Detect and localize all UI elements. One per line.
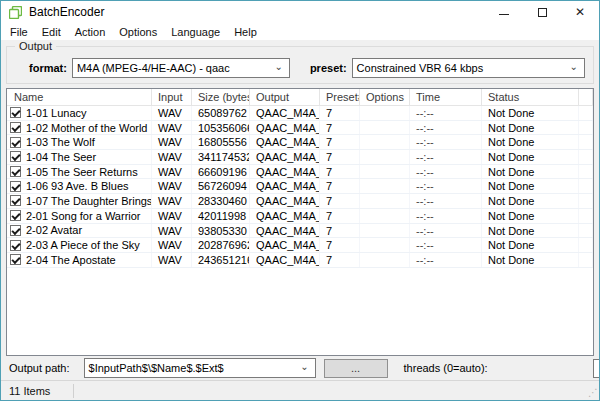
output-path-combobox[interactable]: $InputPath$\$Name$.$Ext$ ⌄ [84, 358, 316, 378]
file-name: 1-05 The Seer Returns [26, 165, 138, 179]
threads-input[interactable] [593, 359, 600, 378]
menu-item-language[interactable]: Language [164, 25, 227, 39]
row-checkbox[interactable] [10, 240, 21, 251]
cell-filler [579, 179, 593, 193]
menu-item-file[interactable]: File [3, 25, 35, 39]
column-header-options[interactable]: Options [360, 89, 410, 105]
format-value: M4A (MPEG-4/HE-AAC) - qaac [77, 62, 230, 74]
output-groupbox: Output format: M4A (MPEG-4/HE-AAC) - qaa… [6, 46, 594, 84]
cell-name: 1-01 Lunacy [7, 106, 152, 120]
column-header-output[interactable]: Output [250, 89, 320, 105]
chevron-down-icon: ⌄ [275, 61, 283, 72]
cell-name: 2-04 The Apostate [7, 253, 152, 267]
cell-size-bytes-: 16805556 [192, 135, 250, 149]
table-row[interactable]: 1-07 The Daughter Brings the WaterWAV283… [7, 194, 593, 209]
row-checkbox[interactable] [10, 195, 21, 206]
cell-status: Not Done [482, 135, 579, 149]
cell-time: --:-- [410, 209, 482, 223]
file-name: 1-03 The Wolf [26, 135, 95, 149]
cell-status: Not Done [482, 121, 579, 135]
cell-time: --:-- [410, 165, 482, 179]
preset-dropdown[interactable]: Constrained VBR 64 kbps ⌄ [352, 58, 585, 78]
column-header-input[interactable]: Input [152, 89, 192, 105]
file-list: NameInputSize (bytes)OutputPreset#Option… [6, 88, 594, 356]
cell-output: QAAC_M4A_HE [250, 209, 320, 223]
cell-output: QAAC_M4A_HE [250, 165, 320, 179]
browse-button[interactable]: ... [324, 359, 388, 378]
table-row[interactable]: 1-02 Mother of the WorldWAV105356066QAAC… [7, 121, 593, 136]
output-path-label: Output path: [9, 362, 70, 374]
row-checkbox[interactable] [10, 181, 21, 192]
cell-filler [579, 150, 593, 164]
cell-input: WAV [152, 179, 192, 193]
preset-value: Constrained VBR 64 kbps [357, 62, 484, 74]
menu-item-edit[interactable]: Edit [35, 25, 68, 39]
menu-item-action[interactable]: Action [68, 25, 113, 39]
cell-output: QAAC_M4A_HE [250, 224, 320, 238]
cell-status: Not Done [482, 179, 579, 193]
cell-output: QAAC_M4A_HE [250, 121, 320, 135]
table-row[interactable]: 1-01 LunacyWAV65089762QAAC_M4A_HE7--:--N… [7, 106, 593, 121]
table-row[interactable]: 1-05 The Seer ReturnsWAV66609196QAAC_M4A… [7, 165, 593, 180]
cell-filler [579, 209, 593, 223]
table-row[interactable]: 2-03 A Piece of the SkyWAV202876962QAAC_… [7, 238, 593, 253]
table-row[interactable]: 2-01 Song for a WarriorWAV42011998QAAC_M… [7, 209, 593, 224]
file-name: 2-03 A Piece of the Sky [26, 238, 140, 252]
row-checkbox[interactable] [10, 166, 21, 177]
table-row[interactable]: 1-04 The SeerWAV341174532QAAC_M4A_HE7--:… [7, 150, 593, 165]
cell-name: 2-01 Song for a Warrior [7, 209, 152, 223]
batchencoder-window: BatchEncoder ✕ FileEditActionOptionsLang… [0, 0, 600, 401]
row-checkbox[interactable] [10, 225, 21, 236]
cell-name: 1-06 93 Ave. B Blues [7, 179, 152, 193]
cell-output: QAAC_M4A_HE [250, 135, 320, 149]
maximize-button[interactable] [523, 1, 561, 23]
cell-input: WAV [152, 150, 192, 164]
table-row[interactable]: 1-03 The WolfWAV16805556QAAC_M4A_HE7--:-… [7, 135, 593, 150]
row-checkbox[interactable] [10, 107, 21, 118]
cell-input: WAV [152, 238, 192, 252]
cell-output: QAAC_M4A_HE [250, 253, 320, 267]
column-header-time[interactable]: Time [410, 89, 482, 105]
row-checkbox[interactable] [10, 122, 21, 133]
column-header-status[interactable]: Status [482, 89, 579, 105]
table-row[interactable]: 2-04 The ApostateWAV243651216QAAC_M4A_HE… [7, 253, 593, 268]
chevron-down-icon: ⌄ [300, 361, 308, 372]
cell-time: --:-- [410, 179, 482, 193]
file-name: 2-04 The Apostate [26, 253, 116, 267]
cell-input: WAV [152, 224, 192, 238]
table-row[interactable]: 1-06 93 Ave. B BluesWAV56726094QAAC_M4A_… [7, 179, 593, 194]
table-row[interactable]: 2-02 AvatarWAV93805330QAAC_M4A_HE7--:--N… [7, 224, 593, 239]
column-header-preset-[interactable]: Preset# [320, 89, 360, 105]
minimize-button[interactable] [485, 1, 523, 23]
cell-output: QAAC_M4A_HE [250, 194, 320, 208]
cell-options [360, 106, 410, 120]
row-checkbox[interactable] [10, 210, 21, 221]
cell-time: --:-- [410, 106, 482, 120]
cell-name: 2-03 A Piece of the Sky [7, 238, 152, 252]
cell-output: QAAC_M4A_HE [250, 150, 320, 164]
menu-item-help[interactable]: Help [227, 25, 264, 39]
cell-input: WAV [152, 194, 192, 208]
format-dropdown[interactable]: M4A (MPEG-4/HE-AAC) - qaac ⌄ [72, 58, 290, 78]
cell-time: --:-- [410, 238, 482, 252]
cell-time: --:-- [410, 253, 482, 267]
cell-time: --:-- [410, 135, 482, 149]
cell-output: QAAC_M4A_HE [250, 106, 320, 120]
cell-size-bytes-: 341174532 [192, 150, 250, 164]
cell-options [360, 238, 410, 252]
file-name: 1-07 The Daughter Brings the Water [26, 194, 152, 208]
row-checkbox[interactable] [10, 151, 21, 162]
cell-name: 1-03 The Wolf [7, 135, 152, 149]
file-name: 1-02 Mother of the World [26, 121, 147, 135]
cell-options [360, 253, 410, 267]
row-checkbox[interactable] [10, 137, 21, 148]
cell-preset-: 7 [320, 224, 360, 238]
column-header-name[interactable]: Name [7, 89, 152, 105]
cell-preset-: 7 [320, 165, 360, 179]
cell-options [360, 194, 410, 208]
menu-item-options[interactable]: Options [112, 25, 164, 39]
resize-grip[interactable]: ⋰ [586, 387, 598, 399]
close-button[interactable]: ✕ [561, 1, 599, 23]
column-header-size-bytes-[interactable]: Size (bytes) [192, 89, 250, 105]
row-checkbox[interactable] [10, 254, 21, 265]
